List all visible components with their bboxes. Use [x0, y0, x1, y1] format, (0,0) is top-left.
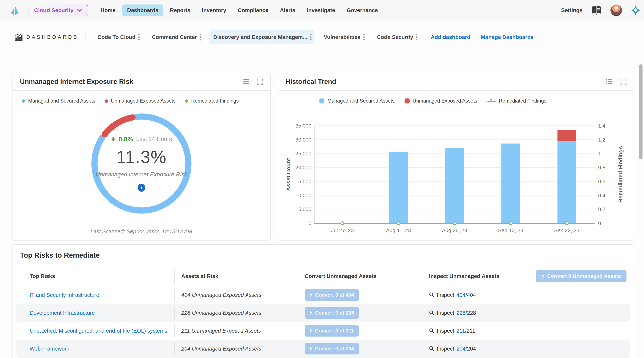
legend-item-remediated-findings[interactable]: Remediated Findings — [185, 98, 239, 104]
list-icon[interactable] — [242, 79, 249, 85]
svg-text:35,000: 35,000 — [295, 123, 312, 129]
card-title: Unmanaged Internet Exposure Risk — [20, 78, 133, 86]
svg-text:1: 1 — [598, 151, 601, 156]
svg-text:Jul 27, 23: Jul 27, 23 — [331, 227, 354, 233]
legend-marker — [185, 99, 188, 103]
svg-text:15,000: 15,000 — [295, 179, 312, 184]
dashboard-tab-discovery-and-exposure-managem[interactable]: Discovery and Exposure Managem... — [209, 30, 314, 44]
risk-link-web-framework[interactable]: Web Framework — [30, 346, 69, 352]
svg-text:0.6: 0.6 — [598, 179, 606, 184]
expand-icon[interactable] — [256, 79, 263, 85]
risk-link-it-and-security-infrastructure[interactable]: IT and Security Infrastructure — [30, 292, 99, 298]
lightning-icon — [310, 292, 312, 298]
exposure-legend: Managed and Secured AssetsUnmanaged Expo… — [12, 91, 270, 104]
nav-item-dashboards[interactable]: Dashboards — [122, 5, 163, 16]
inspect-count-link[interactable]: 404 — [456, 292, 466, 298]
legend-item-unmanaged-exposed-assets[interactable]: Unmanaged Exposed Assets — [404, 98, 477, 104]
inspect-count-link[interactable]: 211 — [456, 328, 465, 334]
section-title: Top Risks to Remediate — [12, 245, 634, 266]
info-icon[interactable]: i — [138, 184, 145, 192]
nav-item-reports[interactable]: Reports — [165, 5, 195, 16]
table-row: IT and Security Infrastructure404 Unmana… — [16, 286, 630, 304]
convert-button[interactable]: Convert 0 of 228 — [305, 307, 359, 319]
inspect-total: /404 — [466, 292, 476, 298]
dashboards-label: DASHBOARDS — [14, 33, 78, 41]
donut-center: 0.8% Last 24 Hours 11.3% Unmanaged Inter… — [86, 108, 197, 219]
inspect-label: Inspect — [437, 310, 454, 316]
scrollbar-thumb[interactable] — [639, 64, 642, 159]
legend-marker — [22, 99, 25, 103]
product-switcher[interactable]: Cloud Security — [28, 4, 88, 17]
magnifier-icon — [429, 292, 434, 298]
last-scanned-text: Last Scanned: Sep 22, 2023, 12:15:13 AM — [12, 228, 270, 235]
company-logo[interactable] — [10, 5, 19, 16]
svg-text:1.2: 1.2 — [598, 137, 606, 143]
tab-label: Discovery and Exposure Managem... — [213, 34, 307, 40]
expand-icon[interactable] — [620, 79, 627, 85]
tab-label: Code To Cloud — [98, 34, 136, 40]
svg-text:0.2: 0.2 — [598, 206, 606, 212]
svg-text:10,000: 10,000 — [295, 193, 312, 198]
inspect-count-link[interactable]: 228 — [456, 310, 466, 316]
lightning-icon — [310, 328, 312, 333]
legend-item-managed-and-secured-assets[interactable]: Managed and Secured Assets — [22, 98, 95, 104]
inspect-label: Inspect — [437, 292, 454, 298]
bulk-convert-button[interactable]: Convert 0 Unmanaged Assets — [536, 270, 626, 282]
kebab-menu-icon[interactable] — [138, 33, 140, 41]
legend-label: Managed and Secured Assets — [328, 98, 394, 104]
user-avatar[interactable] — [610, 5, 622, 16]
nav-item-home[interactable]: Home — [96, 5, 120, 16]
convert-button[interactable]: Convert 0 of 211 — [305, 325, 359, 336]
nav-item-investigate[interactable]: Investigate — [302, 5, 340, 16]
inspect-count-link[interactable]: 204 — [456, 346, 466, 352]
legend-item-unmanaged-exposed-assets[interactable]: Unmanaged Exposed Assets — [104, 98, 176, 104]
manage-dashboards-link[interactable]: Manage Dashboards — [481, 34, 534, 40]
trend-legend: Managed and Secured AssetsUnmanaged Expo… — [278, 91, 634, 104]
assets-at-risk-text: 211 Unmanaged Exposed Assets — [181, 328, 261, 334]
svg-text:1.4: 1.4 — [598, 123, 606, 129]
column-header: Convert Unmanaged Assets — [298, 266, 420, 286]
legend-marker — [104, 99, 108, 103]
convert-button[interactable]: Convert 0 of 404 — [305, 289, 359, 301]
svg-text:0: 0 — [598, 220, 601, 226]
legend-item-managed-and-secured-assets[interactable]: Managed and Secured Assets — [320, 98, 394, 104]
svg-text:25,000: 25,000 — [295, 151, 312, 156]
nav-item-alerts[interactable]: Alerts — [275, 5, 300, 16]
dashboard-tab-vulnerabilities[interactable]: Vulnerabilities — [319, 30, 368, 44]
dashboard-tabs: Code To CloudCommand CenterDiscovery and… — [93, 30, 420, 44]
risk-link-development-infrastructure[interactable]: Development Infrastructure — [30, 310, 95, 316]
kebab-menu-icon[interactable] — [310, 33, 312, 41]
table-row: Development Infrastructure228 Unmanaged … — [16, 304, 630, 322]
nav-item-governance[interactable]: Governance — [342, 5, 383, 16]
svg-text:Sep 22, 23: Sep 22, 23 — [554, 227, 579, 233]
kebab-menu-icon[interactable] — [363, 33, 365, 41]
convert-button[interactable]: Convert 0 of 204 — [305, 343, 359, 354]
docs-book-icon[interactable] — [591, 6, 602, 15]
nav-item-inventory[interactable]: Inventory — [197, 5, 231, 16]
svg-text:0.8: 0.8 — [598, 165, 606, 170]
dashboard-tab-command-center[interactable]: Command Center — [148, 30, 204, 44]
table-row: Web Framework204 Unmanaged Exposed Asset… — [16, 340, 630, 358]
svg-text:Aug 26, 23: Aug 26, 23 — [442, 227, 467, 233]
svg-text:Sep 10, 23: Sep 10, 23 — [498, 227, 523, 233]
top-risks-card: Top Risks to Remediate Top Risks Assets … — [12, 244, 634, 358]
legend-item-remediated-findings[interactable]: Remediated Findings — [487, 98, 546, 104]
add-dashboard-link[interactable]: Add dashboard — [431, 34, 470, 40]
down-arrow-icon — [111, 137, 116, 142]
kebab-menu-icon[interactable] — [200, 33, 202, 41]
dashboard-tab-code-security[interactable]: Code Security — [372, 30, 420, 44]
svg-text:Aug 11, 23: Aug 11, 23 — [386, 227, 411, 233]
list-icon[interactable] — [606, 79, 613, 85]
vertical-scrollbar — [639, 0, 643, 358]
inspect-label: Inspect — [437, 346, 454, 352]
nav-item-compliance[interactable]: Compliance — [233, 5, 273, 16]
risk-link-unpatched-misconfigured-and-end-of-life-eol-systems[interactable]: Unpatched, Misconfigured, and end-of-lif… — [30, 328, 167, 334]
lightning-icon — [310, 346, 312, 351]
assets-at-risk-text: 228 Unmanaged Exposed Assets — [181, 310, 261, 316]
settings-button[interactable]: Settings — [561, 7, 582, 14]
dashboard-tab-code-to-cloud[interactable]: Code To Cloud — [93, 30, 142, 44]
kebab-menu-icon[interactable] — [416, 33, 418, 41]
legend-label: Remediated Findings — [499, 98, 546, 104]
table-row: Unpatched, Misconfigured, and end-of-lif… — [16, 322, 630, 340]
main-content: Unmanaged Internet Exposure Risk Managed… — [0, 54, 644, 358]
